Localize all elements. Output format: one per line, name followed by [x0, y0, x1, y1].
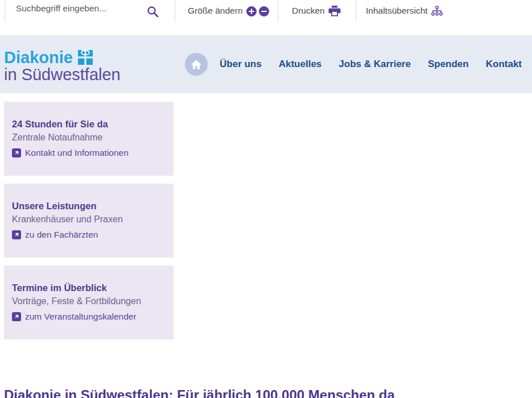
- search-button[interactable]: [146, 5, 160, 19]
- teaser-card-leistungen: Unsere Leistungen Krankenhäuser und Prax…: [4, 184, 174, 258]
- divider: [356, 0, 356, 22]
- minus-icon: [261, 9, 267, 14]
- teaser-column: 24 Stunden für Sie da Zentrale Notaufnah…: [4, 102, 174, 339]
- external-link-icon: [12, 312, 21, 321]
- decrease-font-button[interactable]: [259, 6, 269, 16]
- main-nav: Über uns Aktuelles Jobs & Karriere Spend…: [185, 35, 522, 93]
- sitemap-button[interactable]: Inhaltsübersicht: [366, 0, 428, 22]
- divider: [278, 0, 278, 22]
- card-link-label: zu den Fachärzten: [25, 230, 98, 240]
- teaser-card-termine: Termine im Überblick Vorträge, Feste & F…: [4, 266, 174, 339]
- external-link-icon: [12, 148, 21, 157]
- home-icon: [191, 59, 202, 70]
- topbar: Größe ändern Drucken Inhaltsübersicht: [0, 0, 532, 22]
- nav-item-jobs-karriere[interactable]: Jobs & Karriere: [339, 59, 411, 70]
- logo[interactable]: Diakonie in Südwestfalen: [4, 49, 121, 84]
- card-title: 24 Stunden für Sie da: [12, 119, 166, 130]
- nav-item-spenden[interactable]: Spenden: [428, 59, 469, 70]
- kronenkreuz-icon: [78, 50, 93, 65]
- search-icon: [146, 5, 160, 19]
- card-subtitle: Krankenhäuser und Praxen: [12, 214, 166, 225]
- site-header: Diakonie in Südwestfalen Über uns Aktuel…: [0, 35, 532, 93]
- divider: [175, 0, 175, 22]
- printer-icon[interactable]: [328, 6, 341, 16]
- external-link-icon: [12, 230, 21, 239]
- nav-item-aktuelles[interactable]: Aktuelles: [279, 59, 322, 70]
- divider: [5, 0, 5, 22]
- card-title: Termine im Überblick: [12, 283, 166, 293]
- card-link-label: zum Veranstaltungskalender: [25, 312, 137, 322]
- card-subtitle: Vorträge, Feste & Fortbildungen: [12, 296, 166, 306]
- nav-item-ueber-uns[interactable]: Über uns: [220, 59, 262, 70]
- card-link-kontakt-informationen[interactable]: Kontakt und Informationen: [12, 148, 129, 158]
- font-size-label: Größe ändern: [188, 0, 243, 22]
- logo-text-diakonie: Diakonie: [4, 49, 73, 66]
- home-button[interactable]: [185, 53, 208, 76]
- increase-font-button[interactable]: [246, 6, 257, 16]
- card-link-fachaerzte[interactable]: zu den Fachärzten: [12, 230, 98, 240]
- print-button[interactable]: Drucken: [292, 0, 325, 22]
- card-link-label: Kontakt und Informationen: [25, 148, 129, 158]
- card-subtitle: Zentrale Notaufnahme: [12, 132, 166, 143]
- teaser-card-notaufnahme: 24 Stunden für Sie da Zentrale Notaufnah…: [4, 102, 174, 176]
- page-title: Diakonie in Südwestfalen: Für jährlich 1…: [4, 387, 395, 398]
- card-link-veranstaltungskalender[interactable]: zum Veranstaltungskalender: [12, 312, 137, 322]
- card-title: Unsere Leistungen: [12, 201, 166, 212]
- sitemap-icon[interactable]: [431, 6, 443, 16]
- logo-line-2: in Südwestfalen: [4, 66, 121, 84]
- plus-icon: [249, 9, 254, 14]
- search-input[interactable]: [16, 1, 142, 16]
- logo-line-1: Diakonie: [4, 49, 121, 66]
- nav-item-kontakt[interactable]: Kontakt: [486, 59, 522, 70]
